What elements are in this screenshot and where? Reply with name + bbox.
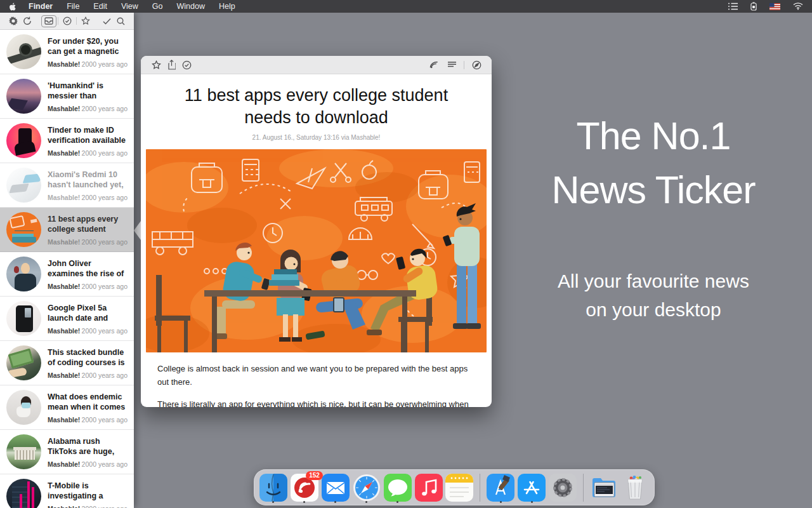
check-circle-icon[interactable] bbox=[60, 15, 75, 27]
feed-item-time: 2000 years ago bbox=[82, 238, 128, 246]
feed-item-time: 2000 years ago bbox=[82, 283, 128, 290]
feed-item-title: Tinder to make ID verification available… bbox=[48, 125, 128, 147]
feed-item[interactable]: What does endemic mean when it comes to … bbox=[0, 385, 134, 430]
feed-item[interactable]: Tinder to make ID verification available… bbox=[0, 119, 134, 163]
feed-item[interactable]: Alabama rush TikToks are huge, but they … bbox=[0, 430, 134, 474]
rss-icon[interactable] bbox=[426, 58, 442, 72]
refresh-icon[interactable] bbox=[20, 15, 34, 27]
reader-view-icon[interactable] bbox=[444, 58, 459, 72]
feed-item-text: What does endemic mean when it comes to … bbox=[48, 392, 128, 424]
feed-item-title: What does endemic mean when it comes to … bbox=[48, 392, 128, 413]
feed-item-source: Mashable! bbox=[48, 60, 80, 68]
us-flag-icon[interactable] bbox=[769, 3, 780, 10]
article-title: 11 best apps every college student needs… bbox=[164, 84, 469, 128]
feed-item[interactable]: T-Mobile is investigating a reported dat… bbox=[0, 474, 134, 508]
feed-item-meta: Mashable! 2000 years ago bbox=[48, 283, 128, 290]
feed-item-thumbnail bbox=[6, 345, 41, 380]
feed-item-title: This stacked bundle of coding courses is… bbox=[48, 347, 128, 369]
dock-trash-icon[interactable] bbox=[620, 473, 650, 502]
feed-item-source: Mashable! bbox=[48, 371, 80, 379]
dock-music-icon[interactable] bbox=[414, 473, 443, 502]
dock-minimized-window-folder-icon[interactable] bbox=[589, 473, 619, 502]
feed-item[interactable]: Google Pixel 5a launch date and specs re… bbox=[0, 297, 134, 341]
feed-item-text: 11 best apps every college student needs… bbox=[48, 214, 128, 246]
dock-mail-icon[interactable] bbox=[321, 473, 350, 502]
feed-item-title: 'Humankind' is messier than 'Civilizatio… bbox=[48, 81, 128, 102]
article-body: College is almost back in session and we… bbox=[141, 352, 492, 407]
feed-item-text: T-Mobile is investigating a reported dat… bbox=[48, 481, 128, 508]
sidebar-filter-segments bbox=[41, 15, 93, 27]
toolbar-divider bbox=[464, 61, 464, 69]
dock-notes-icon[interactable] bbox=[445, 473, 475, 502]
check-circle-icon[interactable] bbox=[179, 58, 194, 72]
menu-bar: FinderFileEditViewGoWindowHelp bbox=[0, 0, 812, 13]
notification-badge: 152 bbox=[306, 471, 323, 481]
feed-item-time: 2000 years ago bbox=[82, 416, 128, 424]
article-meta: 21. August 16., Saturday 13:16 via Masha… bbox=[164, 134, 469, 141]
menu-item[interactable]: Help bbox=[219, 2, 235, 11]
feed-item-time: 2000 years ago bbox=[82, 460, 128, 468]
menu-item[interactable]: Edit bbox=[93, 2, 107, 11]
feed-item-meta: Mashable! 2000 years ago bbox=[48, 416, 128, 424]
dock-messages-icon[interactable] bbox=[383, 473, 412, 502]
feed-item[interactable]: John Oliver examines the rise of ransomw… bbox=[0, 252, 134, 297]
feed-item[interactable]: For under $20, you can get a magnetic Ap… bbox=[0, 30, 134, 74]
feed-item-time: 2000 years ago bbox=[82, 60, 128, 68]
menu-item[interactable]: File bbox=[67, 2, 79, 11]
menu-item[interactable]: Window bbox=[176, 2, 204, 11]
star-icon[interactable] bbox=[78, 15, 93, 27]
feed-item-source: Mashable! bbox=[48, 149, 80, 157]
dock-rss-reader-icon[interactable]: 152 bbox=[290, 473, 319, 502]
feed-item[interactable]: This stacked bundle of coding courses is… bbox=[0, 341, 134, 385]
menu-item[interactable]: Go bbox=[152, 2, 163, 11]
feed-item-source: Mashable! bbox=[48, 327, 80, 335]
dock-finder-icon[interactable] bbox=[259, 473, 288, 502]
feed-item-title: 11 best apps every college student needs… bbox=[48, 214, 128, 236]
star-icon[interactable] bbox=[148, 58, 164, 72]
wallpaper-subline-line2: on your desktop bbox=[543, 295, 764, 324]
apple-menu-icon[interactable] bbox=[9, 3, 17, 11]
settings-gear-icon[interactable] bbox=[6, 15, 20, 27]
feed-item-text: For under $20, you can get a magnetic Ap… bbox=[48, 36, 128, 68]
search-icon[interactable] bbox=[114, 15, 128, 27]
feed-item-source: Mashable! bbox=[48, 283, 80, 290]
dock-safari-icon[interactable] bbox=[352, 473, 381, 502]
feed-item-thumbnail bbox=[6, 434, 41, 469]
feed-item-meta: Mashable! 2000 years ago bbox=[48, 371, 128, 379]
menu-items: FinderFileEditViewGoWindowHelp bbox=[29, 2, 235, 11]
feed-item-thumbnail bbox=[6, 479, 41, 508]
inbox-tray-icon[interactable] bbox=[41, 15, 56, 27]
feed-item-meta: Mashable! 2000 years ago bbox=[48, 327, 128, 335]
wallpaper-headline-line1: The No.1 bbox=[543, 109, 764, 163]
dock-app-store-icon[interactable] bbox=[517, 473, 546, 502]
menu-item[interactable]: Finder bbox=[29, 2, 53, 11]
feed-item[interactable]: Xiaomi's Redmi 10 hasn't launched yet, b… bbox=[0, 163, 134, 208]
open-in-browser-icon[interactable] bbox=[469, 58, 484, 72]
mark-read-check-icon[interactable] bbox=[100, 15, 114, 27]
feed-item-title: Google Pixel 5a launch date and specs re… bbox=[48, 303, 128, 324]
dock-system-preferences-icon[interactable] bbox=[548, 473, 577, 502]
share-icon[interactable] bbox=[164, 58, 179, 72]
feed-item-thumbnail bbox=[6, 168, 41, 203]
feed-item-text: John Oliver examines the rise of ransomw… bbox=[48, 258, 128, 290]
sidebar-toolbar bbox=[0, 13, 134, 30]
feed-item[interactable]: 11 best apps every college student needs… bbox=[0, 208, 134, 252]
feed-item-source: Mashable! bbox=[48, 105, 80, 112]
feed-item-text: Alabama rush TikToks are huge, but they … bbox=[48, 436, 128, 468]
reader-toolbar-right bbox=[426, 58, 484, 72]
wifi-icon[interactable] bbox=[793, 3, 803, 10]
dock-xcode-icon[interactable] bbox=[486, 473, 515, 502]
feed-item-title: Alabama rush TikToks are huge, but they … bbox=[48, 436, 128, 458]
battery-icon[interactable] bbox=[750, 2, 757, 11]
list-icon[interactable] bbox=[728, 3, 738, 10]
article-hero-illustration bbox=[146, 149, 487, 352]
feed-item-meta: Mashable! 2000 years ago bbox=[48, 60, 128, 68]
article-reader-popover: 11 best apps every college student needs… bbox=[141, 56, 492, 407]
dock-separator bbox=[583, 474, 584, 502]
feed-item-title: Xiaomi's Redmi 10 hasn't launched yet, b… bbox=[48, 170, 128, 191]
wallpaper-headline-line2: News Ticker bbox=[543, 163, 764, 217]
reader-toolbar bbox=[141, 56, 492, 74]
dock: 152 bbox=[254, 469, 655, 505]
feed-item[interactable]: 'Humankind' is messier than 'Civilizatio… bbox=[0, 74, 134, 119]
menu-item[interactable]: View bbox=[121, 2, 138, 11]
